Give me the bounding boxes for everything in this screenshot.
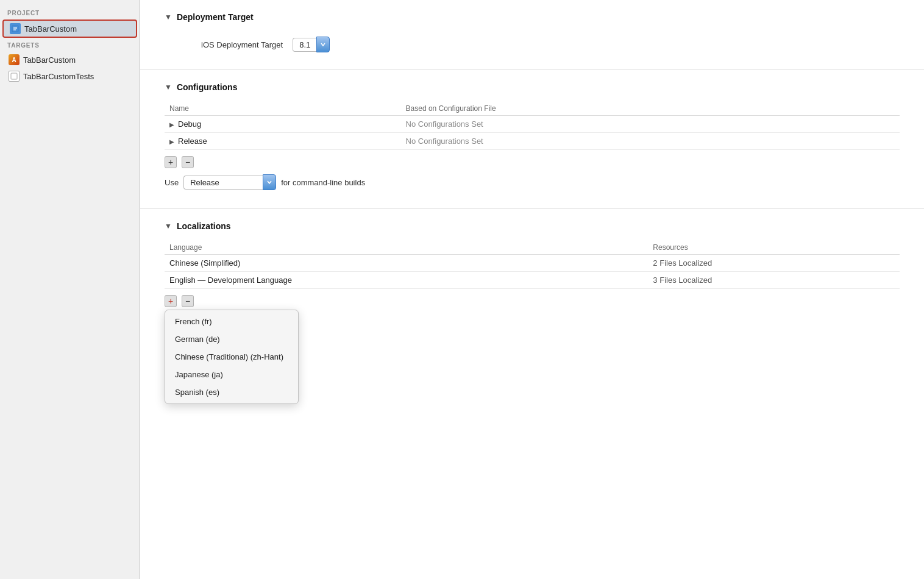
target-tests-label: TabBarCustomTests bbox=[23, 72, 94, 81]
local-chinese-resources: 2 Files Localized bbox=[648, 255, 900, 272]
local-col-language: Language bbox=[165, 241, 648, 255]
deployment-row: iOS Deployment Target 8.1 bbox=[165, 32, 900, 57]
sidebar-item-tests[interactable]: TabBarCustomTests bbox=[2, 68, 137, 84]
target-test-icon bbox=[9, 71, 20, 82]
sidebar-item-project[interactable]: TabBarCustom bbox=[2, 20, 137, 38]
localizations-add-remove-row: + − French (fr) German (de) Chinese (Tra… bbox=[165, 289, 900, 310]
ios-version-select[interactable]: 8.1 bbox=[293, 37, 330, 52]
local-english-resources: 3 Files Localized bbox=[648, 272, 900, 289]
local-chinese-language: Chinese (Simplified) bbox=[165, 255, 648, 272]
main-content: ▼ Deployment Target iOS Deployment Targe… bbox=[140, 0, 924, 579]
config-col-based-on: Based on Configuration File bbox=[401, 102, 900, 116]
release-triangle-icon: ▶ bbox=[169, 138, 174, 145]
configurations-title: Configurations bbox=[177, 82, 238, 92]
local-col-resources: Resources bbox=[648, 241, 900, 255]
dropdown-item-japanese[interactable]: Japanese (ja) bbox=[165, 366, 298, 383]
deployment-target-section: ▼ Deployment Target iOS Deployment Targe… bbox=[140, 0, 924, 70]
svg-rect-4 bbox=[11, 73, 17, 79]
sidebar: PROJECT TabBarCustom TARGETS A TabBarCus… bbox=[0, 0, 140, 579]
localizations-remove-button[interactable]: − bbox=[182, 295, 194, 307]
config-col-name: Name bbox=[165, 102, 401, 116]
ios-version-value: 8.1 bbox=[293, 38, 316, 52]
config-add-button[interactable]: + bbox=[165, 156, 177, 168]
dropdown-item-german[interactable]: German (de) bbox=[165, 330, 298, 348]
config-add-remove-row: + − bbox=[165, 150, 900, 171]
config-debug-based-on: No Configurations Set bbox=[401, 116, 900, 133]
target-tabbar-label: TabBarCustom bbox=[23, 55, 76, 65]
configurations-table: Name Based on Configuration File ▶Debug … bbox=[165, 102, 900, 150]
localizations-header: ▼ Localizations bbox=[165, 221, 900, 231]
deployment-target-title: Deployment Target bbox=[177, 12, 254, 22]
dropdown-item-spanish[interactable]: Spanish (es) bbox=[165, 383, 298, 401]
use-select-value: Release bbox=[183, 176, 263, 190]
project-section-label: PROJECT bbox=[0, 6, 140, 19]
configurations-triangle-icon: ▼ bbox=[165, 83, 172, 91]
localizations-triangle-icon: ▼ bbox=[165, 222, 172, 230]
use-select-dropdown-btn[interactable] bbox=[263, 174, 276, 190]
use-label: Use bbox=[165, 178, 179, 187]
sidebar-item-tabbar[interactable]: A TabBarCustom bbox=[2, 52, 137, 68]
target-app-icon: A bbox=[9, 54, 20, 65]
deployment-triangle-icon: ▼ bbox=[165, 13, 172, 21]
for-command-line-label: for command-line builds bbox=[281, 178, 365, 187]
config-release-name: ▶Release bbox=[165, 133, 401, 150]
config-row-release[interactable]: ▶Release No Configurations Set bbox=[165, 133, 900, 150]
configurations-section: ▼ Configurations Name Based on Configura… bbox=[140, 70, 924, 209]
config-remove-button[interactable]: − bbox=[182, 156, 194, 168]
ios-version-dropdown-btn[interactable] bbox=[316, 37, 330, 52]
local-row-chinese[interactable]: Chinese (Simplified) 2 Files Localized bbox=[165, 255, 900, 272]
config-release-based-on: No Configurations Set bbox=[401, 133, 900, 150]
configurations-header: ▼ Configurations bbox=[165, 82, 900, 92]
project-icon bbox=[10, 23, 21, 34]
ios-deployment-label: iOS Deployment Target bbox=[201, 40, 283, 49]
config-debug-name: ▶Debug bbox=[165, 116, 401, 133]
use-row: Use Release for command-line builds bbox=[165, 171, 900, 196]
dropdown-item-french[interactable]: French (fr) bbox=[165, 313, 298, 330]
local-row-english[interactable]: English — Development Language 3 Files L… bbox=[165, 272, 900, 289]
localizations-section: ▼ Localizations Language Resources Chine… bbox=[140, 209, 924, 310]
dropdown-item-chinese-trad[interactable]: Chinese (Traditional) (zh-Hant) bbox=[165, 348, 298, 366]
use-select-control[interactable]: Release bbox=[183, 174, 276, 190]
localizations-add-button[interactable]: + bbox=[165, 295, 177, 307]
debug-triangle-icon: ▶ bbox=[169, 121, 174, 128]
deployment-target-header: ▼ Deployment Target bbox=[165, 12, 900, 22]
localizations-table: Language Resources Chinese (Simplified) … bbox=[165, 241, 900, 289]
project-item-label: TabBarCustom bbox=[24, 24, 77, 34]
language-dropdown-menu: French (fr) German (de) Chinese (Traditi… bbox=[165, 310, 299, 404]
config-row-debug[interactable]: ▶Debug No Configurations Set bbox=[165, 116, 900, 133]
targets-section-label: TARGETS bbox=[0, 38, 140, 51]
local-english-language: English — Development Language bbox=[165, 272, 648, 289]
localizations-title: Localizations bbox=[177, 221, 231, 231]
